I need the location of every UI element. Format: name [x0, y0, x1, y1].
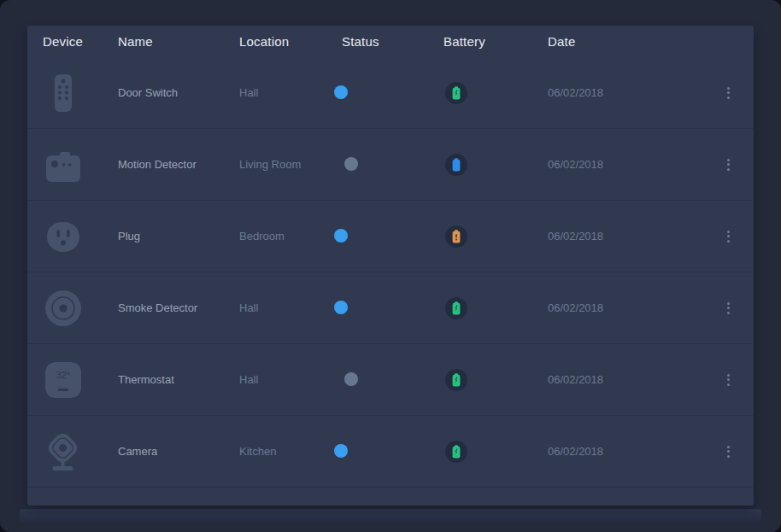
column-header-status: Status [342, 34, 443, 49]
table-row: Camera Kitchen 06/02/2018 [27, 416, 754, 488]
table-body: Door Switch Hall 06/02/2018 Motion Detec… [27, 57, 754, 488]
app-background: Device Name Location Status Battery Date… [0, 0, 781, 532]
device-name: Motion Detector [118, 158, 239, 171]
row-menu-button[interactable] [719, 85, 737, 102]
column-header-date: Date [548, 34, 696, 49]
smoke-detector-icon [43, 288, 84, 329]
device-location: Hall [239, 86, 342, 99]
toggle-knob [344, 372, 358, 386]
device-name: Thermostat [118, 373, 239, 386]
device-icon-cell [43, 431, 118, 472]
table-row: 32° Thermostat Hall 06/02/2018 [27, 344, 754, 416]
table-header: Device Name Location Status Battery Date [27, 26, 754, 57]
device-location: Living Room [239, 158, 342, 171]
battery-icon [445, 154, 467, 176]
column-header-battery: Battery [443, 34, 548, 49]
column-header-name: Name [118, 34, 239, 49]
device-date: 06/02/2018 [548, 373, 696, 386]
toggle-knob [334, 229, 348, 243]
column-header-device: Device [43, 34, 118, 49]
row-menu-button[interactable] [719, 371, 737, 389]
device-date: 06/02/2018 [548, 445, 696, 458]
table-row: Door Switch Hall 06/02/2018 [27, 57, 754, 129]
device-location: Hall [239, 373, 342, 386]
stacked-card-strip [20, 509, 761, 523]
device-location: Bedroom [239, 230, 342, 243]
device-icon-cell: 32° [43, 360, 118, 400]
device-date: 06/02/2018 [548, 301, 696, 314]
toggle-knob [334, 301, 348, 314]
table-row: Motion Detector Living Room 06/02/2018 [27, 129, 754, 201]
table-row: Smoke Detector Hall 06/02/2018 [27, 272, 754, 344]
battery-icon [445, 297, 467, 319]
thermostat-temp: 32° [56, 370, 71, 380]
device-location: Hall [239, 301, 342, 314]
device-icon-cell [43, 288, 118, 329]
device-name: Plug [118, 230, 239, 243]
toggle-knob [334, 444, 348, 458]
toggle-knob [344, 157, 358, 171]
battery-icon [445, 225, 467, 248]
row-menu-button[interactable] [719, 443, 737, 460]
device-name: Door Switch [118, 86, 239, 99]
battery-icon [445, 369, 467, 391]
battery-indicator [445, 154, 467, 176]
row-menu-button[interactable] [719, 228, 737, 245]
device-name: Camera [118, 445, 239, 458]
battery-indicator [445, 369, 467, 391]
device-name: Smoke Detector [118, 301, 239, 314]
battery-indicator [445, 297, 467, 319]
device-icon-cell [43, 216, 118, 257]
motion-detector-icon [43, 144, 84, 185]
battery-icon [445, 82, 467, 104]
row-menu-button[interactable] [719, 156, 737, 173]
toggle-knob [334, 85, 348, 99]
thermostat-icon: 32° [43, 360, 84, 400]
battery-indicator [445, 441, 467, 463]
battery-icon [445, 441, 467, 463]
device-date: 06/02/2018 [548, 86, 696, 99]
battery-indicator [445, 225, 467, 248]
remote-icon [43, 73, 84, 114]
device-table-card: Device Name Location Status Battery Date… [27, 26, 754, 506]
table-row: Plug Bedroom 06/02/2018 [27, 201, 754, 272]
device-icon-cell [43, 73, 118, 114]
camera-icon [43, 431, 84, 472]
device-date: 06/02/2018 [548, 230, 696, 243]
battery-indicator [445, 82, 467, 104]
plug-icon [43, 216, 84, 257]
row-menu-button[interactable] [719, 300, 737, 317]
device-date: 06/02/2018 [548, 158, 696, 171]
device-location: Kitchen [239, 445, 342, 458]
device-icon-cell [43, 144, 118, 185]
column-header-location: Location [239, 34, 342, 49]
